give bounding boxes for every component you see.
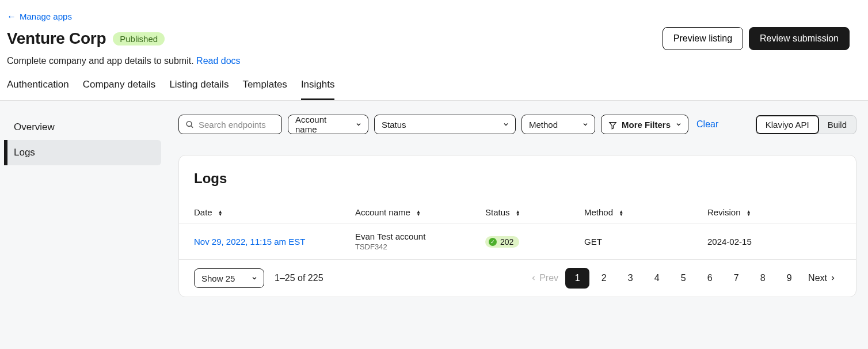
- status-pill: ✓ 202: [485, 236, 519, 248]
- tab-company-details[interactable]: Company details: [83, 79, 156, 100]
- page-1[interactable]: 1: [565, 268, 589, 289]
- status-badge: Published: [113, 32, 165, 45]
- page-8[interactable]: 8: [751, 268, 775, 289]
- col-status[interactable]: Status ▲▼: [470, 202, 569, 223]
- col-account[interactable]: Account name ▲▼: [340, 202, 470, 223]
- review-submission-button[interactable]: Review submission: [749, 27, 850, 50]
- arrow-left-icon: ←: [7, 12, 16, 21]
- page-6[interactable]: 6: [698, 268, 722, 289]
- search-icon: [185, 120, 194, 129]
- page-7[interactable]: 7: [724, 268, 748, 289]
- page-4[interactable]: 4: [645, 268, 669, 289]
- col-date[interactable]: Date ▲▼: [179, 202, 340, 223]
- table-row: Nov 29, 2022, 11:15 am EST Evan Test acc…: [179, 223, 856, 260]
- col-revision[interactable]: Revision ▲▼: [692, 202, 856, 223]
- account-id: TSDF342: [355, 242, 455, 251]
- chevron-down-icon: [675, 121, 682, 128]
- page-title: Venture Corp: [7, 29, 106, 48]
- next-page-button[interactable]: Next: [804, 270, 841, 287]
- toggle-build[interactable]: Build: [818, 116, 856, 134]
- page-2[interactable]: 2: [592, 268, 616, 289]
- back-link-label: Manage apps: [20, 12, 72, 21]
- sort-icon: ▲▼: [218, 210, 223, 216]
- logs-card: Logs Date ▲▼ Account name ▲▼ Status: [178, 155, 856, 297]
- method-filter[interactable]: Method: [521, 115, 595, 134]
- insights-sidebar: Overview Logs: [0, 101, 167, 349]
- tab-templates[interactable]: Templates: [242, 79, 287, 100]
- logs-table: Date ▲▼ Account name ▲▼ Status ▲▼ Meth: [179, 202, 856, 260]
- sidebar-item-overview[interactable]: Overview: [6, 115, 161, 140]
- check-circle-icon: ✓: [489, 238, 497, 246]
- tab-authentication[interactable]: Authentication: [7, 79, 69, 100]
- page-range: 1–25 of 225: [275, 273, 323, 283]
- svg-point-0: [186, 122, 192, 127]
- page-3[interactable]: 3: [618, 268, 642, 289]
- page-5[interactable]: 5: [671, 268, 695, 289]
- log-date-link[interactable]: Nov 29, 2022, 11:15 am EST: [194, 237, 305, 246]
- read-docs-link[interactable]: Read docs: [196, 56, 241, 66]
- svg-line-1: [191, 126, 193, 128]
- subtitle: Complete company and app details to subm…: [7, 56, 861, 66]
- revision-value: 2024-02-15: [707, 237, 752, 246]
- page-9[interactable]: 9: [777, 268, 801, 289]
- back-link[interactable]: ← Manage apps: [7, 12, 72, 21]
- preview-listing-button[interactable]: Preview listing: [663, 27, 743, 50]
- account-name-filter[interactable]: Account name: [288, 115, 368, 134]
- svg-marker-2: [610, 122, 616, 128]
- prev-page-button[interactable]: Prev: [526, 270, 563, 287]
- chevron-down-icon: [355, 121, 362, 128]
- toggle-klaviyo-api[interactable]: Klaviyo API: [756, 115, 819, 134]
- status-filter[interactable]: Status: [374, 115, 516, 134]
- pagination: Prev 1 2 3 4 5 6 7 8 9 Next: [526, 268, 841, 289]
- search-endpoints-input[interactable]: [178, 115, 282, 134]
- main-tabs: Authentication Company details Listing d…: [0, 79, 868, 101]
- view-toggle: Klaviyo API Build: [756, 115, 856, 134]
- chevron-left-icon: [530, 275, 537, 282]
- chevron-right-icon: [829, 275, 836, 282]
- clear-filters-link[interactable]: Clear: [696, 119, 718, 130]
- logs-title: Logs: [179, 170, 856, 187]
- sort-icon: ▲▼: [516, 210, 520, 216]
- sort-icon: ▲▼: [416, 210, 421, 216]
- more-filters-button[interactable]: More Filters: [601, 115, 688, 134]
- tab-insights[interactable]: Insights: [301, 79, 335, 100]
- chevron-down-icon: [251, 275, 258, 282]
- tab-listing-details[interactable]: Listing details: [169, 79, 229, 100]
- chevron-down-icon: [582, 121, 589, 128]
- method-value: GET: [584, 237, 602, 246]
- chevron-down-icon: [502, 121, 509, 128]
- filter-icon: [608, 121, 617, 130]
- sidebar-item-logs[interactable]: Logs: [4, 140, 161, 165]
- sort-icon: ▲▼: [747, 210, 751, 216]
- col-method[interactable]: Method ▲▼: [569, 202, 692, 223]
- sort-icon: ▲▼: [619, 210, 623, 216]
- account-name: Evan Test account: [355, 232, 425, 241]
- page-size-select[interactable]: Show 25: [194, 268, 264, 288]
